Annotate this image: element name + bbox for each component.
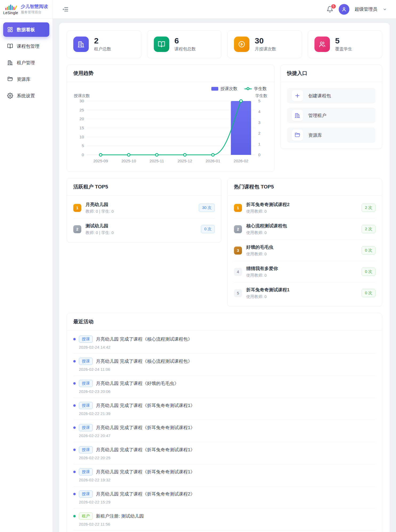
activity-dot: [73, 449, 76, 451]
lecture-count-badge: 30 次: [199, 204, 215, 212]
quick-item-resources[interactable]: 资源库: [287, 127, 375, 143]
activity-row: 授课 月亮幼儿园 完成了课程《折耳兔奇奇测试课程1》 2026-02-22 19…: [73, 464, 375, 486]
activity-text: 月亮幼儿园 完成了课程《好饿的毛毛虫》: [96, 380, 179, 386]
activity-type-badge: 授课: [79, 424, 93, 431]
svg-text:5: 5: [82, 143, 84, 148]
activity-time: 2026-02-24 14:42: [79, 345, 375, 349]
chart-legend: 授课次数 学生数: [73, 86, 268, 92]
legend-bar-swatch: [211, 87, 218, 91]
active-tenants-title: 活跃租户 TOP5: [67, 178, 221, 196]
activity-time: 2026-02-22 15:29: [79, 500, 375, 504]
package-name: 折耳兔奇奇测试课程1: [246, 287, 362, 293]
svg-text:0: 0: [82, 152, 84, 157]
folder-icon: [292, 130, 303, 141]
activity-text: 月亮幼儿园 完成了课程《核心流程测试课程包》: [96, 358, 192, 364]
stat-value: 30: [255, 37, 276, 45]
package-row: 5 折耳兔奇奇测试课程1 使用教师: 0 0 次: [234, 283, 375, 304]
app-logo: LeSingle 少儿智慧阅读 服务管理后台: [0, 0, 52, 19]
logo-bars-icon: LeSingle: [3, 4, 18, 15]
activity-row: 授课 月亮幼儿园 完成了课程《折耳兔奇奇测试课程2》 2026-02-22 15…: [73, 486, 375, 509]
sidebar-collapse-button[interactable]: [62, 6, 69, 13]
building-icon: [292, 110, 303, 121]
svg-text:2025-10: 2025-10: [121, 159, 136, 163]
users-icon: [314, 37, 330, 52]
sidebar-item-label: 数据看板: [17, 27, 35, 33]
svg-text:2025-12: 2025-12: [177, 159, 192, 163]
activity-type-badge: 授课: [79, 446, 93, 453]
sidebar-menu: 数据看板 课程包管理 租户管理 资源库 系统设置: [0, 19, 52, 109]
sidebar-item-resources[interactable]: 资源库: [3, 72, 49, 86]
legend-item-students[interactable]: 学生数: [244, 86, 267, 92]
sidebar-item-dashboard[interactable]: 数据看板: [3, 22, 49, 37]
folder-icon: [7, 76, 13, 82]
usage-trend-card: 使用趋势 授课次数 学生数 授课次数 学生数: [67, 65, 274, 172]
svg-text:2026-01: 2026-01: [205, 159, 220, 163]
usage-count-badge: 0 次: [362, 246, 375, 255]
activity-dot: [73, 426, 76, 429]
stat-label: 月授课次数: [255, 46, 276, 52]
activity-row: 授课 月亮幼儿园 完成了课程《折耳兔奇奇测试课程1》 2026-02-22 20…: [73, 442, 375, 464]
chevron-down-icon[interactable]: [383, 7, 387, 11]
activity-time: 2026-02-23 20:06: [79, 389, 375, 394]
package-meta: 使用教师: 0: [246, 252, 362, 257]
rank-badge: 2: [234, 225, 242, 233]
activity-dot: [73, 515, 76, 517]
package-meta: 使用教师: 0: [246, 273, 362, 278]
avatar[interactable]: [339, 4, 349, 15]
tenant-name: 测试幼儿园: [86, 223, 201, 229]
svg-text:2026-02: 2026-02: [234, 159, 248, 163]
activity-time: 2026-02-22 20:47: [79, 433, 375, 438]
package-meta: 使用教师: 0: [246, 230, 362, 235]
notification-badge: 5: [331, 4, 336, 9]
stat-label: 课程包总数: [175, 46, 196, 52]
svg-text:2025-11: 2025-11: [149, 159, 164, 163]
stat-card-students: 5 覆盖学生: [308, 30, 382, 58]
recent-activity-card: 最近活动 授课 月亮幼儿园 完成了课程《核心流程测试课程包》 2026-02-2…: [67, 313, 382, 532]
activity-time: 2026-02-22 20:25: [79, 456, 375, 460]
stat-value: 6: [175, 37, 196, 45]
activity-dot: [73, 404, 76, 407]
stat-value: 2: [94, 37, 111, 45]
trend-chart-svg[interactable]: 0510152025300123452025-092025-102025-112…: [73, 99, 268, 167]
quick-item-manage-tenants[interactable]: 管理租户: [287, 108, 375, 123]
axis-names: 授课次数 学生数: [73, 92, 268, 99]
activity-row: 租户 新租户注册: 测试幼儿园 2026-02-22 11:56: [73, 509, 375, 531]
svg-text:15: 15: [79, 126, 84, 130]
building-icon: [73, 37, 89, 52]
tenant-meta: 教师: 0 | 学生: 0: [86, 209, 199, 214]
legend-item-lectures[interactable]: 授课次数: [211, 86, 237, 92]
package-meta: 使用教师: 0: [246, 209, 362, 214]
tenant-row: 2 测试幼儿园 教师: 0 | 学生: 0 0 次: [73, 219, 215, 240]
quick-item-create-package[interactable]: 创建课程包: [287, 88, 375, 103]
usage-count-badge: 2 次: [362, 225, 375, 233]
sidebar-item-label: 系统设置: [17, 93, 35, 99]
book-icon: [154, 37, 169, 52]
stat-label: 租户总数: [94, 46, 111, 52]
activity-dot: [73, 471, 76, 473]
top-header: 5 超级管理员: [53, 0, 396, 19]
rank-badge: 5: [234, 289, 242, 297]
main-content: 2 租户总数 6 课程包总数 30 月授课次数 5 覆盖学生 使用: [53, 19, 396, 532]
sidebar-item-settings[interactable]: 系统设置: [3, 88, 49, 103]
activity-type-badge: 授课: [79, 358, 93, 365]
activity-dot: [73, 493, 76, 495]
activity-text: 月亮幼儿园 完成了课程《核心流程测试课程包》: [96, 336, 192, 342]
user-name[interactable]: 超级管理员: [355, 6, 377, 12]
usage-count-badge: 0 次: [362, 289, 375, 297]
sidebar-item-course-packages[interactable]: 课程包管理: [3, 39, 49, 53]
notification-bell[interactable]: 5: [326, 6, 333, 13]
sidebar-item-tenants[interactable]: 租户管理: [3, 55, 49, 70]
rank-badge: 2: [73, 225, 81, 233]
stat-card-packages: 6 课程包总数: [147, 30, 222, 58]
stat-value: 5: [335, 37, 352, 45]
activity-dot: [73, 382, 76, 385]
sidebar-item-label: 租户管理: [17, 60, 35, 66]
book-icon: [7, 43, 13, 49]
svg-text:4: 4: [258, 109, 260, 114]
activity-text: 新租户注册: 测试幼儿园: [96, 513, 144, 519]
stat-card-tenants: 2 租户总数: [67, 30, 141, 58]
tenant-meta: 教师: 0 | 学生: 0: [86, 230, 201, 235]
activity-type-badge: 授课: [79, 490, 93, 498]
rank-badge: 1: [234, 204, 242, 212]
trend-chart: 授课次数 学生数 授课次数 学生数: [67, 82, 274, 171]
